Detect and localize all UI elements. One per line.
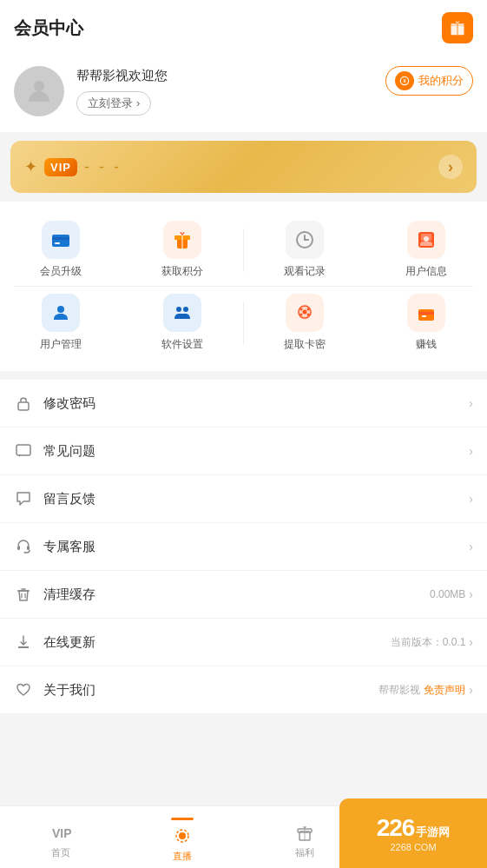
get-points-item[interactable]: 获取积分: [122, 214, 243, 286]
earn-money-item[interactable]: 赚钱: [365, 287, 487, 359]
member-upgrade-icon: [42, 221, 80, 259]
change-password-text: 修改密码: [43, 395, 458, 412]
vip-nav-icon: VIP: [49, 821, 72, 844]
software-settings-icon: [163, 294, 201, 332]
watch-history-label: 观看记录: [284, 264, 326, 279]
menu-item-online-update[interactable]: 在线更新 当前版本：0.0.1 ›: [0, 619, 487, 666]
live-nav-icon: [171, 825, 194, 847]
gift-icon: [449, 19, 466, 36]
svg-rect-2: [457, 23, 458, 35]
svg-rect-7: [52, 237, 69, 240]
live-nav-label: 直播: [173, 850, 192, 863]
watermark-sub: 2268 COM: [390, 842, 436, 852]
menu-item-about-us[interactable]: 关于我们 帮帮影视 免责声明 ›: [0, 666, 487, 713]
svg-text:¥: ¥: [403, 78, 406, 83]
avatar-icon: [23, 76, 55, 107]
vip-left: ✦ VIP - - -: [24, 157, 122, 176]
svg-point-24: [307, 314, 310, 316]
icon-row-1: 会员升级 获取积分: [0, 214, 487, 286]
svg-rect-11: [181, 235, 183, 248]
svg-point-16: [57, 306, 64, 313]
software-settings-item[interactable]: 软件设置: [122, 287, 243, 359]
clear-cache-right: 0.00MB ›: [430, 587, 473, 601]
vip-badge: VIP: [44, 158, 77, 176]
member-upgrade-label: 会员升级: [40, 264, 82, 279]
page-title: 会员中心: [14, 17, 83, 40]
user-management-label: 用户管理: [40, 337, 82, 352]
header: 会员中心: [0, 0, 487, 52]
user-info-item[interactable]: 用户信息: [365, 214, 487, 286]
online-update-right: 当前版本：0.0.1 ›: [391, 635, 473, 650]
my-points-badge[interactable]: ¥ 我的积分: [385, 66, 473, 96]
home-nav-label: 首页: [51, 846, 70, 859]
vip-star-icon: ✦: [24, 157, 37, 176]
svg-point-21: [300, 308, 303, 311]
earn-money-icon: [407, 294, 445, 332]
points-icon: ¥: [395, 71, 414, 90]
my-points-label: 我的积分: [418, 73, 464, 89]
vip-arrow-icon: ›: [438, 155, 463, 179]
feedback-right: ›: [469, 492, 473, 506]
customer-service-right: ›: [469, 540, 473, 553]
login-button[interactable]: 立刻登录 ›: [76, 91, 151, 116]
extract-key-label: 提取卡密: [284, 337, 326, 352]
get-points-label: 获取积分: [161, 264, 203, 279]
user-management-icon: [42, 294, 80, 332]
icon-row-2: 用户管理 软件设置: [0, 287, 487, 359]
vip-banner[interactable]: ✦ VIP - - - ›: [10, 141, 477, 193]
extract-key-icon: [286, 294, 324, 332]
software-settings-label: 软件设置: [161, 337, 203, 352]
gift-icon-button[interactable]: [442, 12, 473, 43]
member-upgrade-item[interactable]: 会员升级: [0, 214, 122, 286]
watermark-suffix: 手游网: [416, 825, 450, 840]
download-icon: [14, 633, 33, 652]
get-points-icon: [163, 221, 201, 259]
extract-key-item[interactable]: 提取卡密: [244, 287, 365, 359]
svg-rect-28: [18, 402, 29, 410]
menu-list: 修改密码 › 常见问题 › 留言反: [0, 380, 487, 713]
svg-rect-25: [418, 309, 434, 321]
heart-icon: [14, 680, 33, 699]
watch-history-item[interactable]: 观看记录: [244, 214, 365, 286]
svg-point-17: [176, 307, 181, 312]
message-icon: [14, 489, 33, 508]
icon-grid: 会员升级 获取积分: [0, 202, 487, 371]
svg-point-23: [300, 314, 303, 316]
menu-item-faq[interactable]: 常见问题 ›: [0, 427, 487, 475]
menu-item-clear-cache[interactable]: 清理缓存 0.00MB ›: [0, 571, 487, 619]
trash-icon: [14, 585, 33, 604]
nav-item-home[interactable]: VIP 首页: [0, 816, 122, 859]
lock-icon: [14, 394, 33, 413]
user-info-icon: [407, 221, 445, 259]
svg-text:VIP: VIP: [52, 826, 71, 840]
watch-history-icon: [286, 221, 324, 259]
svg-point-34: [179, 832, 186, 839]
faq-text: 常见问题: [43, 443, 458, 460]
menu-item-feedback[interactable]: 留言反馈 ›: [0, 475, 487, 523]
menu-item-customer-service[interactable]: 专属客服 ›: [0, 523, 487, 571]
change-password-right: ›: [469, 396, 473, 410]
feedback-text: 留言反馈: [43, 491, 458, 507]
faq-right: ›: [469, 444, 473, 458]
welfare-nav-label: 福利: [295, 846, 314, 859]
user-management-item[interactable]: 用户管理: [0, 287, 122, 359]
svg-rect-38: [304, 829, 306, 840]
active-indicator: [171, 818, 194, 820]
svg-point-22: [307, 308, 310, 311]
customer-service-text: 专属客服: [43, 539, 458, 555]
about-us-right: 帮帮影视 免责声明 ›: [378, 683, 473, 698]
svg-rect-29: [16, 445, 30, 455]
vip-dots: - - -: [84, 158, 122, 176]
avatar: [14, 66, 64, 116]
watermark-number: 226: [377, 814, 415, 842]
user-info-label: 用户信息: [405, 264, 447, 279]
profile-section: 帮帮影视欢迎您 立刻登录 › ¥ 我的积分: [0, 52, 487, 132]
svg-rect-26: [418, 312, 434, 315]
svg-point-20: [303, 310, 307, 315]
online-update-text: 在线更新: [43, 634, 380, 651]
svg-rect-27: [422, 315, 426, 317]
menu-item-change-password[interactable]: 修改密码 ›: [0, 380, 487, 427]
svg-point-3: [34, 81, 44, 91]
svg-rect-31: [27, 546, 30, 550]
nav-item-live[interactable]: 直播: [122, 812, 243, 863]
